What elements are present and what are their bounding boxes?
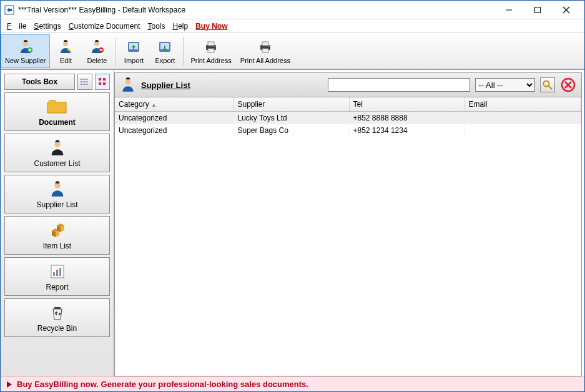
maximize-icon: [534, 6, 541, 14]
printer-all-icon: [258, 38, 273, 56]
svg-point-40: [125, 79, 131, 84]
svg-point-8: [94, 41, 99, 46]
delete-button[interactable]: Delete: [81, 34, 112, 68]
close-button[interactable]: [552, 1, 581, 19]
cell-supplier: Lucky Toys Ltd: [234, 112, 349, 125]
toolbox-item-label: Customer List: [34, 159, 80, 168]
window-title: ***Trial Version*** EasyBilling - Defaul…: [18, 6, 494, 14]
print-all-address-button[interactable]: Print All Address: [236, 34, 295, 68]
svg-rect-31: [99, 82, 101, 85]
supplier-icon: [49, 179, 66, 199]
chevron-right-icon: [6, 381, 13, 388]
svg-rect-16: [208, 42, 214, 46]
svg-rect-17: [208, 49, 214, 52]
toolbox-item-label: Report: [46, 283, 68, 292]
toolbar-separator: [183, 37, 184, 66]
supplier-table-wrap: Category ▲ Supplier Tel Email Uncategori…: [114, 97, 582, 376]
toolbar-separator: [115, 37, 116, 66]
svg-point-26: [81, 79, 82, 80]
svg-point-28: [81, 84, 82, 85]
search-input[interactable]: [328, 78, 470, 92]
cell-email: [465, 112, 581, 125]
list-header-title: Supplier List: [141, 81, 190, 90]
main-pane: Supplier List -- All -- Category ▲ Suppl…: [114, 70, 584, 376]
toolbox-title: Tools Box: [4, 74, 75, 90]
menu-customize-document[interactable]: Customize Document: [65, 21, 144, 32]
svg-rect-32: [103, 82, 106, 85]
customer-icon: [49, 138, 66, 158]
toolbox-item-label: Recycle Bin: [37, 324, 77, 333]
table-row[interactable]: UncategorizedSuper Bags Co+852 1234 1234: [115, 124, 581, 137]
printer-icon: [204, 38, 219, 56]
column-supplier[interactable]: Supplier: [234, 97, 349, 112]
toolbox-header: Tools Box: [4, 74, 110, 90]
toolbox-view-list-button[interactable]: [77, 74, 92, 90]
toolbar: New Supplier Edit Delete Import Export P…: [1, 33, 584, 69]
app-icon: [4, 5, 14, 15]
svg-point-27: [81, 81, 82, 82]
window-controls: [494, 1, 581, 19]
print-address-button[interactable]: Print Address: [186, 34, 235, 68]
search-button[interactable]: [540, 77, 555, 92]
import-button[interactable]: Import: [118, 34, 149, 68]
svg-point-5: [23, 41, 28, 46]
svg-rect-38: [59, 268, 61, 276]
person-add-icon: [18, 38, 33, 56]
sort-asc-icon: ▲: [151, 102, 157, 108]
table-row[interactable]: UncategorizedLucky Toys Ltd+852 8888 888…: [115, 112, 581, 125]
toolbox-item-label: Document: [39, 118, 76, 127]
toolbox-item-customer-list[interactable]: Customer List: [4, 134, 110, 172]
menu-file[interactable]: File: [3, 21, 30, 32]
cell-tel: +852 8888 8888: [349, 112, 465, 125]
toolbox-item-document[interactable]: Document: [4, 92, 110, 131]
filter-select[interactable]: -- All --: [475, 78, 535, 92]
svg-line-42: [549, 86, 552, 89]
svg-rect-37: [56, 270, 58, 276]
supplier-table: Category ▲ Supplier Tel Email Uncategori…: [115, 97, 581, 137]
cell-category: Uncategorized: [115, 124, 234, 137]
toolbox-view-icons-button[interactable]: [95, 74, 110, 90]
cell-tel: +852 1234 1234: [349, 124, 465, 137]
import-icon: [126, 38, 141, 56]
export-icon: [157, 38, 172, 56]
minimize-icon: [505, 6, 513, 14]
column-tel[interactable]: Tel: [349, 97, 465, 112]
list-view-icon: [81, 77, 89, 86]
menu-help[interactable]: Help: [169, 21, 192, 32]
cell-supplier: Super Bags Co: [234, 124, 349, 137]
boxes-icon: [48, 220, 67, 240]
minimize-button[interactable]: [494, 1, 523, 19]
toolbox-item-item-list[interactable]: Item List: [4, 216, 110, 255]
toolbox-item-supplier-list[interactable]: Supplier List: [4, 175, 110, 213]
edit-button[interactable]: Edit: [50, 34, 81, 68]
menu-settings[interactable]: Settings: [30, 21, 64, 32]
svg-rect-2: [535, 7, 541, 12]
svg-rect-20: [262, 42, 268, 46]
promo-bar[interactable]: Buy EasyBilling now. Generate your profe…: [1, 376, 584, 391]
recycle-bin-icon: [50, 303, 65, 323]
toolbox-item-recycle-bin[interactable]: Recycle Bin: [4, 298, 110, 337]
supplier-header-icon: [120, 77, 136, 93]
new-supplier-button[interactable]: New Supplier: [1, 34, 50, 68]
export-button[interactable]: Export: [149, 34, 180, 68]
cell-category: Uncategorized: [115, 112, 234, 125]
person-edit-icon: [58, 38, 73, 56]
svg-point-22: [268, 46, 270, 47]
column-category[interactable]: Category ▲: [115, 97, 234, 112]
app-window: ***Trial Version*** EasyBilling - Defaul…: [0, 0, 585, 392]
person-delete-icon: [89, 38, 104, 56]
menubar: File Settings Customize Document Tools H…: [1, 19, 584, 33]
menu-buy-now[interactable]: Buy Now: [192, 21, 231, 32]
toolbox-item-report[interactable]: Report: [4, 257, 110, 296]
toolbox-item-label: Supplier List: [36, 200, 77, 209]
clear-button[interactable]: [560, 77, 576, 93]
column-email[interactable]: Email: [465, 97, 581, 112]
promo-text: Buy EasyBilling now. Generate your profe…: [17, 380, 308, 389]
maximize-button[interactable]: [523, 1, 552, 19]
body-area: Tools Box Document Customer List Supplie…: [1, 69, 584, 376]
cancel-icon: [561, 77, 576, 92]
icons-view-icon: [98, 77, 107, 86]
titlebar: ***Trial Version*** EasyBilling - Defaul…: [1, 1, 584, 19]
svg-rect-21: [262, 49, 268, 52]
menu-tools[interactable]: Tools: [144, 21, 169, 32]
